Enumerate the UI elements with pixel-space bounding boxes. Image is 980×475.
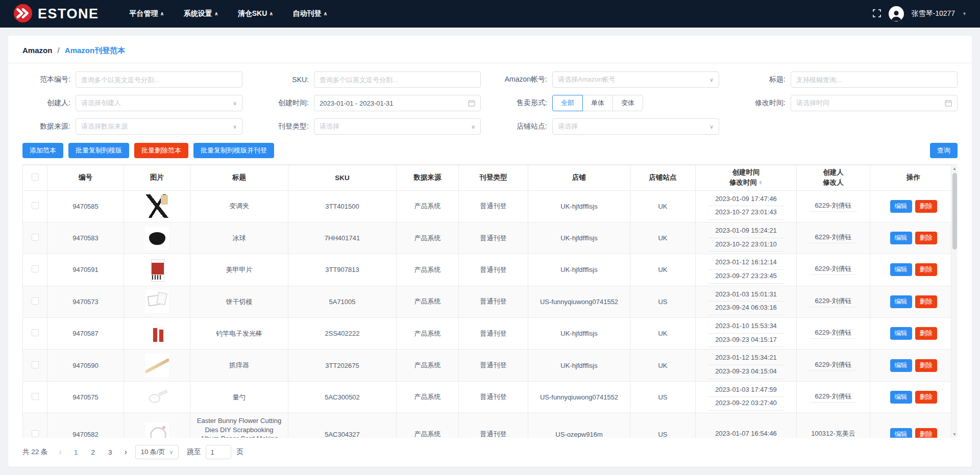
delete-button[interactable]: 删除: [915, 295, 937, 308]
row-dates-cell: 2023-01-03 15:01:31 2023-09-24 06:03:16: [696, 286, 797, 317]
edit-button[interactable]: 编辑: [890, 232, 912, 244]
batch-copy-button[interactable]: 批量复制到模版: [68, 143, 129, 158]
row-select-cell: [23, 222, 47, 254]
shop-site-select[interactable]: 请选择 ∨: [552, 118, 719, 135]
delete-button[interactable]: 删除: [915, 391, 937, 404]
edit-button[interactable]: 编辑: [890, 263, 912, 276]
creator-select[interactable]: 请选择创建人 ∨: [76, 95, 242, 111]
edit-button[interactable]: 编辑: [890, 391, 912, 404]
calendar-icon: [468, 99, 475, 107]
row-id-cell: 9470575: [47, 381, 124, 413]
row-site-cell: US: [630, 381, 696, 413]
edit-button[interactable]: 编辑: [890, 428, 912, 438]
sort-icon[interactable]: ▲▼: [758, 181, 763, 185]
row-checkbox[interactable]: [32, 393, 39, 400]
delete-button[interactable]: 删除: [915, 327, 937, 340]
table-header: 编号 图片 标题 SKU 数据来源 刊登类型 店铺 店铺站点 创建时间 修: [23, 165, 957, 191]
row-action-cell: 编辑 删除: [870, 381, 957, 413]
row-checkbox[interactable]: [32, 361, 39, 368]
row-site-cell: UK: [630, 318, 696, 349]
fullscreen-icon[interactable]: [872, 9, 881, 19]
title-input[interactable]: [796, 76, 952, 84]
user-avatar[interactable]: [889, 6, 904, 21]
row-type-cell: 普通刊登: [459, 349, 528, 381]
menu-system-settings[interactable]: 系统设置∧: [184, 9, 218, 18]
edit-button[interactable]: 编辑: [890, 295, 912, 308]
sell-form-option-single[interactable]: 单体: [582, 95, 613, 111]
page-number-1[interactable]: 1: [70, 447, 82, 457]
sell-form-option-all[interactable]: 全部: [552, 95, 583, 111]
jump-to-label: 跳至: [187, 447, 201, 457]
scrollbar-thumb[interactable]: [952, 173, 957, 249]
row-checkbox[interactable]: [32, 430, 39, 437]
caret-down-icon: ▼: [962, 11, 967, 16]
batch-delete-button[interactable]: 批量删除范本: [134, 143, 188, 158]
data-source-select[interactable]: 请选择数据来源 ∨: [76, 118, 242, 135]
row-checkbox[interactable]: [32, 265, 39, 272]
row-id-cell: 9470573: [47, 286, 124, 317]
delete-button[interactable]: 删除: [915, 232, 937, 244]
menu-clearance-sku[interactable]: 清仓SKU∧: [238, 9, 274, 18]
table-container: 编号 图片 标题 SKU 数据来源 刊登类型 店铺 店铺站点 创建时间 修: [22, 164, 958, 438]
row-id-cell: 9470585: [47, 190, 124, 222]
row-image-cell: [124, 318, 190, 349]
row-type-cell: 普通刊登: [459, 413, 528, 438]
edit-button[interactable]: 编辑: [890, 200, 912, 213]
create-time-picker[interactable]: 2023-01-01 - 2023-01-31: [314, 95, 481, 111]
header-sku: SKU: [288, 165, 397, 191]
select-all-checkbox[interactable]: [32, 173, 39, 181]
row-title-cell: Easter Bunny Flower Cutting Dies DIY Scr…: [190, 413, 288, 438]
chevron-down-icon: ∨: [233, 100, 237, 107]
modified-time: 2023-09-22 03:27:40: [708, 397, 785, 411]
delete-button[interactable]: 删除: [915, 263, 937, 276]
row-checkbox[interactable]: [32, 234, 39, 241]
menu-platform-management[interactable]: 平台管理∧: [130, 9, 164, 18]
header-title: 标题: [190, 165, 288, 191]
page-size-select[interactable]: 10 条/页 ∨: [135, 445, 179, 459]
created-time: 2023-01-03 17:47:59: [708, 384, 785, 397]
batch-copy-publish-button[interactable]: 批量复制到模版并刊登: [193, 143, 274, 158]
row-image-cell: [124, 286, 190, 317]
breadcrumb-current-link[interactable]: Amazon刊登范本: [65, 46, 125, 55]
row-checkbox[interactable]: [32, 329, 39, 336]
brand[interactable]: ESTONE: [13, 4, 99, 24]
next-page-icon[interactable]: ›: [121, 447, 130, 457]
delete-button[interactable]: 删除: [915, 200, 937, 213]
query-button[interactable]: 查询: [930, 143, 958, 158]
edit-button[interactable]: 编辑: [890, 359, 912, 372]
jump-page-input[interactable]: [206, 445, 231, 459]
edit-button[interactable]: 编辑: [890, 327, 912, 340]
row-checkbox[interactable]: [32, 297, 39, 305]
row-dates-cell: 2023-01-09 15:24:21 2023-10-22 23:01:10: [696, 222, 797, 254]
sell-form-option-variant[interactable]: 变体: [612, 95, 643, 111]
row-checkbox[interactable]: [32, 202, 39, 209]
amazon-account-select[interactable]: 请选择Amazon帐号 ∨: [552, 71, 719, 88]
template-no-input[interactable]: [81, 76, 237, 84]
user-name[interactable]: 张雪琴-10277: [911, 9, 955, 18]
menu-auto-listing[interactable]: 自动刊登∧: [292, 9, 327, 18]
prev-page-icon[interactable]: ‹: [56, 447, 65, 457]
row-title-cell: 饼干切模: [190, 286, 288, 317]
creator-name: 6229-刘倩钰: [810, 264, 856, 275]
create-time-label: 创建时间:: [261, 98, 314, 108]
scroll-down-icon[interactable]: ▼: [951, 431, 958, 438]
row-source-cell: 产品系统: [397, 349, 459, 381]
delete-button[interactable]: 删除: [915, 428, 937, 438]
add-template-button[interactable]: 添加范本: [22, 143, 63, 158]
sku-input[interactable]: [320, 76, 475, 84]
scroll-up-icon[interactable]: ▲: [951, 165, 958, 172]
sell-form-label: 售卖形式:: [499, 98, 552, 108]
product-thumbnail: [145, 422, 169, 438]
row-dates-cell: 2023-01-09 17:47:46 2023-10-27 23:01:43: [696, 190, 797, 222]
row-sku-cell: 5AC304327: [288, 413, 397, 438]
modify-time-picker[interactable]: 请选择时间: [791, 95, 958, 111]
header-person: 创建人 修改人: [797, 165, 870, 191]
listing-type-select[interactable]: 请选择 ∨: [314, 118, 481, 135]
delete-button[interactable]: 删除: [915, 359, 937, 372]
table-scrollbar[interactable]: ▲ ▼: [951, 165, 958, 438]
page-number-3[interactable]: 3: [104, 447, 116, 457]
field-creator: 创建人: 请选择创建人 ∨: [22, 95, 242, 111]
page-number-2[interactable]: 2: [87, 447, 99, 457]
row-dates-cell: 2023-01-12 15:34:21 2023-09-23 04:15:04: [696, 349, 797, 381]
row-id-cell: 9470582: [47, 413, 124, 438]
